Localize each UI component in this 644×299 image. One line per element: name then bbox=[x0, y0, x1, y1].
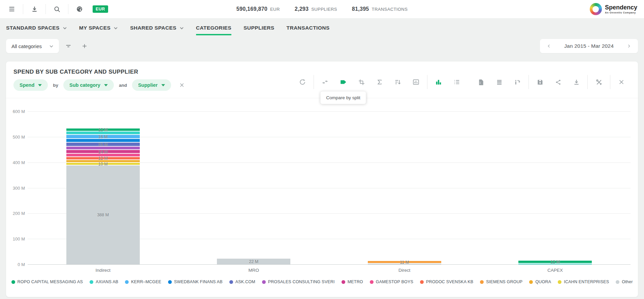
tab-label: SHARED SPACES bbox=[130, 25, 176, 31]
app-root: EUR 590,169,870 EUR 2,293 SUPPLIERS 81,3… bbox=[0, 0, 644, 299]
report-export-button[interactable] bbox=[472, 75, 490, 89]
x-axis-category-label: Indirect bbox=[96, 268, 110, 273]
stat-value: 590,169,870 bbox=[236, 6, 267, 12]
legend-item[interactable]: ICAHN ENTERPRISES bbox=[558, 279, 609, 284]
bar-segment[interactable] bbox=[217, 259, 290, 264]
menu-button[interactable] bbox=[5, 2, 19, 16]
download-button[interactable] bbox=[27, 2, 41, 16]
legend-item[interactable]: ROPO CAPITAL MESSAGING AS bbox=[11, 279, 83, 284]
stat-value: 2,293 bbox=[295, 6, 309, 12]
bar-segment[interactable] bbox=[368, 264, 441, 264]
legend-dot-icon bbox=[90, 280, 93, 284]
bar-chart-view-button[interactable] bbox=[429, 75, 448, 89]
compare-by-split-button[interactable]: Compare by split bbox=[334, 75, 352, 89]
bar-segment[interactable] bbox=[66, 143, 140, 146]
close-widget-button[interactable] bbox=[612, 75, 631, 89]
bar-segment[interactable] bbox=[66, 132, 140, 135]
prev-period-button[interactable] bbox=[544, 40, 554, 52]
bar-segment[interactable] bbox=[518, 261, 592, 264]
save-button[interactable] bbox=[531, 75, 549, 89]
date-range-label[interactable]: Jan 2015 - Mar 2024 bbox=[564, 43, 614, 49]
crop-button[interactable] bbox=[352, 75, 371, 89]
chevron-down-icon bbox=[38, 84, 42, 86]
merge-arrows-button[interactable] bbox=[316, 75, 334, 89]
legend-dot-icon bbox=[558, 280, 561, 284]
search-button[interactable] bbox=[50, 2, 64, 16]
tab-categories[interactable]: CATEGORIES bbox=[196, 18, 231, 37]
legend-name: Other bbox=[622, 279, 633, 284]
dimension1-select[interactable]: Sub category bbox=[63, 79, 114, 91]
bar-segment[interactable] bbox=[66, 128, 140, 132]
bar-segment[interactable] bbox=[66, 165, 140, 264]
legend-item[interactable]: KERR–MCGEE bbox=[125, 279, 161, 284]
dimension2-select[interactable]: Supplier bbox=[132, 79, 171, 91]
tab-my-spaces[interactable]: MY SPACES bbox=[79, 18, 118, 37]
legend-item[interactable]: METRO bbox=[342, 279, 363, 284]
legend-item[interactable]: PROSALES CONSULTING SVERI bbox=[262, 279, 335, 284]
refresh-button[interactable] bbox=[293, 75, 312, 89]
sum-button[interactable] bbox=[371, 75, 389, 89]
sort-button[interactable] bbox=[389, 75, 407, 89]
legend-item[interactable]: SWEDBANK FINANS AB bbox=[168, 279, 223, 284]
bar-segment[interactable] bbox=[66, 157, 140, 160]
legend-dot-icon bbox=[229, 280, 233, 284]
currency-badge[interactable]: EUR bbox=[93, 5, 108, 13]
tab-shared-spaces[interactable]: SHARED SPACES bbox=[130, 18, 184, 37]
chevron-down-icon bbox=[114, 26, 118, 30]
next-period-button[interactable] bbox=[624, 40, 634, 52]
list-view-button[interactable] bbox=[448, 75, 466, 89]
tab-standard-spaces[interactable]: STANDARD SPACES bbox=[6, 18, 67, 37]
remove-split-button[interactable] bbox=[177, 80, 187, 90]
chart-panel-icon bbox=[412, 78, 420, 86]
divider bbox=[427, 75, 427, 89]
legend-dot-icon bbox=[616, 280, 619, 284]
legend-item[interactable]: PRODOC SVENSKA KB bbox=[420, 279, 473, 284]
stat-label: EUR bbox=[270, 7, 280, 12]
gridline bbox=[28, 264, 631, 265]
bar-segment[interactable] bbox=[66, 135, 140, 139]
pivot-button[interactable] bbox=[508, 75, 526, 89]
list-icon bbox=[453, 78, 460, 86]
bar-segment[interactable] bbox=[66, 150, 140, 154]
divider bbox=[23, 4, 23, 14]
legend-item[interactable]: GAMESTOP BOYS bbox=[370, 279, 413, 284]
divider bbox=[68, 4, 68, 14]
bar-segment[interactable] bbox=[66, 154, 140, 157]
x-axis-category-label: Direct bbox=[398, 268, 410, 273]
tools-icon bbox=[595, 79, 603, 86]
legend-item[interactable]: Other bbox=[616, 279, 633, 284]
download-chart-button[interactable] bbox=[567, 75, 585, 89]
legend-item[interactable]: AXIANS AB bbox=[90, 279, 118, 284]
bar-segment[interactable] bbox=[368, 261, 441, 264]
divider bbox=[314, 75, 314, 89]
category-select-value: All categories bbox=[11, 43, 42, 49]
measure-select[interactable]: Spend bbox=[13, 79, 48, 91]
date-range-picker: Jan 2015 - Mar 2024 bbox=[540, 39, 638, 53]
bar-segment[interactable] bbox=[518, 264, 592, 264]
bar-segment[interactable] bbox=[66, 163, 140, 165]
bar-segment[interactable] bbox=[66, 147, 140, 150]
bar-segment[interactable] bbox=[66, 139, 140, 143]
chevron-down-icon bbox=[104, 84, 108, 86]
share-icon bbox=[555, 79, 562, 86]
chart-panel-button[interactable] bbox=[407, 75, 425, 89]
tab-suppliers[interactable]: SUPPLIERS bbox=[244, 18, 274, 37]
share-button[interactable] bbox=[549, 75, 567, 89]
y-axis-tick-label: 600 M bbox=[13, 109, 25, 114]
legend-name: SWEDBANK FINANS AB bbox=[174, 279, 223, 284]
chart-card: SPEND BY SUB CATEGORY AND SUPPLIER Spend… bbox=[6, 62, 638, 297]
add-widget-button[interactable] bbox=[78, 39, 91, 53]
category-select[interactable]: All categories bbox=[6, 39, 59, 53]
legend-item[interactable]: SIEMENS GROUP bbox=[480, 279, 522, 284]
legend-item[interactable]: QUORA bbox=[529, 279, 551, 284]
settings-tools-button[interactable] bbox=[590, 75, 608, 89]
theme-palette-button[interactable] bbox=[72, 2, 87, 16]
table-view-button[interactable] bbox=[490, 75, 508, 89]
filter-button[interactable] bbox=[62, 39, 75, 53]
legend-name: GAMESTOP BOYS bbox=[376, 279, 413, 284]
divider bbox=[528, 75, 529, 89]
tab-transactions[interactable]: TRANSACTIONS bbox=[287, 18, 330, 37]
bar-segment[interactable] bbox=[66, 160, 140, 163]
legend-item[interactable]: ASK.COM bbox=[229, 279, 255, 284]
y-axis-tick-label: 0 M bbox=[18, 262, 25, 267]
